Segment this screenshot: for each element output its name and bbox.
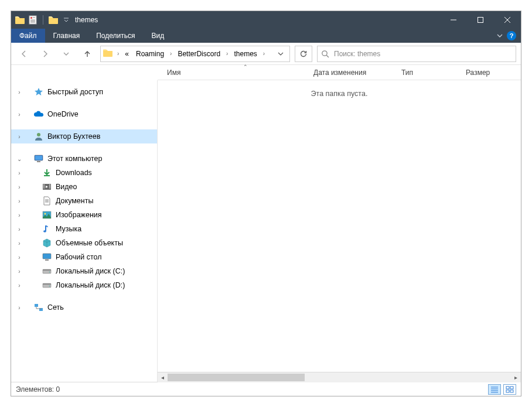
svg-point-11 [322,50,327,55]
nav-disk-d[interactable]: › Локальный диск (D:) [11,278,157,292]
window-title: themes [75,16,98,24]
qat-folder-icon [15,15,25,25]
qat-properties-icon[interactable] [28,15,38,25]
scroll-track[interactable] [168,372,511,382]
svg-rect-45 [506,387,509,389]
chevron-right-icon[interactable]: › [225,50,229,57]
nav-user[interactable]: › Виктор Бухтеев [11,129,157,143]
network-icon [33,302,44,313]
nav-this-pc[interactable]: ⌄ Этот компьютер [11,152,157,166]
chevron-right-icon[interactable]: › [169,50,173,57]
nav-network[interactable]: › Сеть [11,300,157,314]
search-input[interactable] [333,49,512,59]
chevron-right-icon[interactable]: › [15,134,24,140]
column-type[interactable]: Тип [392,65,456,80]
chevron-right-icon[interactable]: › [15,240,24,247]
scroll-left-icon[interactable]: ◂ [158,372,168,382]
nav-label: Локальный диск (D:) [56,281,125,289]
nav-label: Документы [56,197,93,205]
column-headers: Имя ⌃ Дата изменения Тип Размер [158,65,521,80]
chevron-right-icon[interactable]: › [15,282,24,289]
nav-label: Downloads [56,169,92,177]
breadcrumb-themes[interactable]: themes [231,50,259,58]
svg-rect-23 [49,186,50,187]
address-bar[interactable]: › « Roaming › BetterDiscord › themes › [100,46,290,62]
qat-dropdown-icon[interactable] [61,15,71,25]
music-icon [42,224,52,234]
svg-rect-15 [35,156,42,160]
folder-content[interactable]: Эта папка пуста. ◂ ▸ [158,80,521,382]
tab-home[interactable]: Главная [45,29,88,43]
nav-label: Объемные объекты [56,239,123,247]
tab-file[interactable]: Файл [11,29,45,43]
nav-back-button[interactable] [16,46,32,62]
svg-rect-34 [43,269,51,271]
maximize-button[interactable] [467,11,494,29]
scroll-right-icon[interactable]: ▸ [511,372,521,382]
refresh-button[interactable] [295,46,312,62]
address-folder-icon [103,49,114,59]
nav-downloads[interactable]: › Downloads [11,166,157,180]
view-details-button[interactable] [488,384,501,395]
chevron-right-icon[interactable]: › [116,50,120,57]
nav-documents[interactable]: › Документы [11,194,157,208]
tab-share[interactable]: Поделиться [88,29,143,43]
documents-icon [42,196,52,206]
svg-rect-31 [43,254,51,259]
nav-pictures[interactable]: › Изображения [11,208,157,222]
svg-rect-19 [43,184,45,186]
scroll-thumb[interactable] [168,374,305,381]
nav-up-button[interactable] [79,46,96,62]
nav-label: Сеть [47,303,64,312]
nav-label: Изображения [56,211,102,219]
nav-videos[interactable]: › Видео [11,180,157,194]
title-bar: themes [11,11,521,29]
chevron-right-icon[interactable]: › [15,111,24,118]
chevron-right-icon[interactable]: › [15,184,24,190]
close-button[interactable] [494,11,521,29]
svg-rect-47 [506,390,509,392]
navigation-pane: › Быстрый доступ › OneDrive [11,80,158,382]
ribbon-expand-icon[interactable] [496,32,503,39]
nav-desktop[interactable]: › Рабочий стол [11,250,157,264]
nav-recent-dropdown[interactable] [58,46,74,62]
nav-onedrive[interactable]: › OneDrive [11,107,157,121]
chevron-down-icon[interactable]: ⌄ [15,156,24,162]
svg-rect-21 [43,187,45,189]
tab-view[interactable]: Вид [143,29,172,43]
chevron-right-icon[interactable]: › [15,254,24,261]
view-icons-button[interactable] [503,384,516,395]
chevron-right-icon[interactable]: › [15,212,24,218]
chevron-right-icon[interactable]: › [15,226,24,232]
search-box[interactable] [317,46,516,62]
column-date[interactable]: Дата изменения [304,65,392,80]
nav-quick-access[interactable]: › Быстрый доступ [11,85,157,99]
breadcrumb-prefix[interactable]: « [122,50,131,58]
sort-ascending-icon: ⌃ [243,64,248,70]
chevron-right-icon[interactable]: › [262,50,266,57]
chevron-right-icon[interactable]: › [15,268,24,275]
user-icon [33,131,44,142]
nav-3d-objects[interactable]: › Объемные объекты [11,236,157,250]
breadcrumb-betterdiscord[interactable]: BetterDiscord [175,50,223,58]
minimize-button[interactable] [440,11,467,29]
nav-music[interactable]: › Музыка [11,222,157,236]
svg-rect-46 [510,387,513,389]
chevron-right-icon[interactable]: › [15,89,24,95]
qat-separator [43,15,43,25]
nav-forward-button[interactable] [37,46,53,62]
svg-rect-20 [43,186,45,187]
help-icon[interactable]: ? [507,31,516,40]
breadcrumb-roaming[interactable]: Roaming [134,50,166,58]
column-name[interactable]: Имя ⌃ [158,65,304,80]
address-dropdown-icon[interactable] [274,51,287,57]
chevron-right-icon[interactable]: › [15,198,24,204]
status-bar: Элементов: 0 [11,382,521,396]
qat-current-folder-icon [48,15,59,25]
horizontal-scrollbar[interactable]: ◂ ▸ [158,372,521,382]
chevron-right-icon[interactable]: › [15,170,24,176]
chevron-right-icon[interactable]: › [15,305,24,311]
column-size[interactable]: Размер [456,65,497,80]
nav-disk-c[interactable]: › Локальный диск (C:) [11,264,157,278]
svg-point-30 [43,230,46,232]
